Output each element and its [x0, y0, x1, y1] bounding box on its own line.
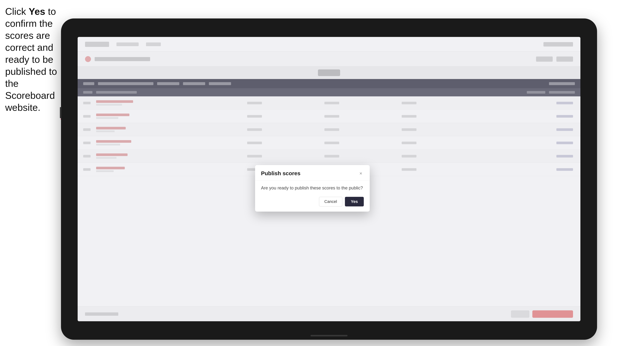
publish-scores-modal: Publish scores × Are you ready to publis…	[255, 165, 370, 212]
instruction-text: Click Yes to confirm the scores are corr…	[5, 5, 59, 114]
modal-title: Publish scores	[261, 170, 300, 176]
modal-message: Are you ready to publish these scores to…	[261, 185, 364, 191]
modal-footer: Cancel Yes	[255, 194, 370, 212]
bold-yes: Yes	[29, 6, 45, 17]
home-indicator	[310, 335, 348, 337]
tablet-device: Publish scores × Are you ready to publis…	[61, 18, 597, 340]
modal-header: Publish scores ×	[255, 165, 370, 180]
modal-close-button[interactable]: ×	[358, 171, 364, 176]
tablet-screen: Publish scores × Are you ready to publis…	[78, 37, 580, 321]
tablet-side-button	[60, 107, 61, 118]
modal-overlay: Publish scores × Are you ready to publis…	[78, 37, 580, 321]
modal-cancel-button[interactable]: Cancel	[319, 197, 342, 206]
modal-yes-button[interactable]: Yes	[345, 197, 364, 206]
modal-body: Are you ready to publish these scores to…	[255, 180, 370, 194]
